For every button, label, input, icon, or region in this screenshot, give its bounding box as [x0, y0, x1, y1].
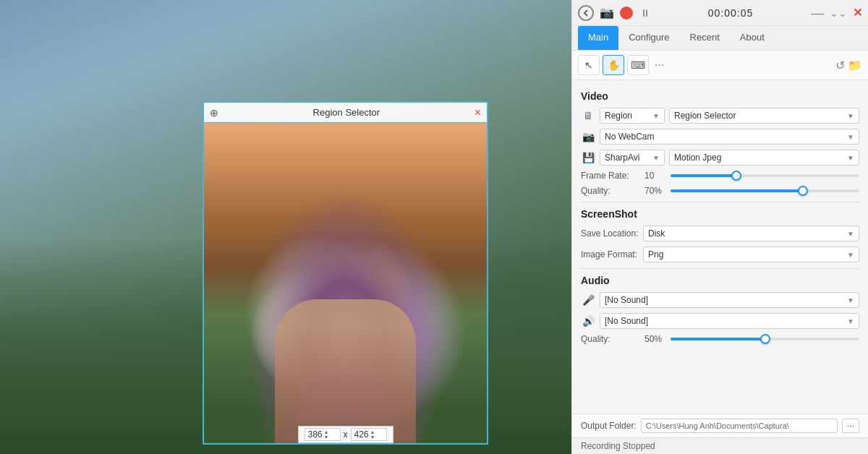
video-quality-slider-thumb[interactable]	[798, 186, 808, 196]
microphone-select[interactable]: [No Sound] ▼	[600, 292, 859, 308]
back-button[interactable]	[578, 5, 594, 21]
height-spinner[interactable]: ▲ ▼	[370, 429, 375, 440]
width-spinner[interactable]: ▲ ▼	[324, 429, 329, 440]
monitor-icon: 🖥	[581, 110, 595, 121]
height-value: 426	[354, 429, 369, 440]
microphone-icon: 🎤	[581, 294, 595, 306]
image-format-row: Image Format: Png ▼	[581, 247, 859, 262]
divider-2	[581, 268, 859, 269]
screenshot-section-header: ScreenShot	[581, 208, 859, 220]
status-text: Recording Stopped	[581, 441, 655, 451]
speaker-icon: 🔊	[581, 315, 595, 327]
divider-1	[581, 202, 859, 202]
audio-quality-value: 50%	[644, 334, 665, 344]
image-format-select[interactable]: Png ▼	[643, 247, 859, 262]
encoder-icon: 💾	[581, 152, 595, 163]
video-source-row: 🖥 Region ▼ Region Selector ▼	[581, 108, 859, 124]
close-button[interactable]: ✕	[853, 6, 862, 20]
toolbar: ↖ ✋ ⌨ ··· ↺ 📁	[572, 51, 868, 80]
hand-overlay	[275, 299, 417, 443]
video-quality-label: Quality:	[581, 186, 639, 196]
minimize-button[interactable]: —	[811, 7, 824, 20]
rollup-button[interactable]: ⌄⌄	[830, 7, 847, 19]
audio-quality-row: Quality: 50%	[581, 334, 859, 344]
encoder-type-select[interactable]: SharpAvi ▼	[600, 150, 665, 166]
record-button[interactable]	[620, 7, 633, 20]
crosshair-icon: ⊕	[210, 107, 218, 119]
audio-quality-slider-fill	[671, 338, 765, 340]
panel-content: Video 🖥 Region ▼ Region Selector ▼ 📷 No …	[572, 80, 868, 414]
framerate-slider-fill	[671, 174, 736, 177]
video-quality-slider-fill	[671, 189, 803, 192]
source-type-select[interactable]: Region ▼	[600, 108, 665, 124]
framerate-slider-thumb[interactable]	[731, 171, 741, 181]
audio-section-header: Audio	[581, 275, 859, 286]
region-selector-window: ⊕ Region Selector × 386 ▲ ▼ x 426 ▲ ▼	[203, 101, 488, 445]
tab-configure[interactable]: Configure	[618, 26, 679, 50]
width-value: 386	[308, 429, 323, 440]
webcam-arrow: ▼	[847, 133, 854, 141]
output-more-button[interactable]: ···	[842, 419, 859, 433]
image-format-label: Image Format:	[581, 249, 639, 260]
webcam-icon: 📷	[581, 131, 595, 142]
refresh-button[interactable]: ↺	[835, 59, 845, 72]
speaker-row: 🔊 [No Sound] ▼	[581, 313, 859, 329]
speaker-arrow: ▼	[847, 317, 854, 325]
cursor-tool-button[interactable]: ↖	[578, 55, 600, 75]
region-content: 386 ▲ ▼ x 426 ▲ ▼	[204, 123, 487, 443]
hand-tool-button[interactable]: ✋	[603, 55, 624, 75]
nav-tabs: Main Configure Recent About	[572, 26, 868, 51]
source-type-arrow: ▼	[652, 112, 660, 120]
save-location-label: Save Location:	[581, 228, 639, 239]
app-titlebar: 📷 ⏸ 00:00:05 — ⌄⌄ ✕	[572, 0, 868, 26]
webcam-row: 📷 No WebCam ▼	[581, 129, 859, 145]
framerate-label: Frame Rate:	[581, 171, 639, 181]
encoder-codec-select[interactable]: Motion Jpeg ▼	[669, 150, 859, 166]
region-coords: 386 ▲ ▼ x 426 ▲ ▼	[298, 426, 393, 443]
timer-display: 00:00:05	[656, 7, 805, 19]
audio-quality-slider-thumb[interactable]	[760, 334, 770, 344]
keyboard-tool-button[interactable]: ⌨	[627, 55, 649, 75]
speaker-select[interactable]: [No Sound] ▼	[600, 313, 859, 329]
source-value-select[interactable]: Region Selector ▼	[669, 108, 859, 124]
microphone-row: 🎤 [No Sound] ▼	[581, 292, 859, 308]
region-titlebar: ⊕ Region Selector ×	[204, 103, 487, 123]
video-quality-slider-track[interactable]	[671, 189, 859, 192]
microphone-arrow: ▼	[847, 296, 854, 304]
output-path-display: C:\Users\Hung Anh\Documents\Captura\	[641, 419, 838, 433]
save-location-arrow: ▼	[847, 230, 854, 238]
encoder-type-arrow: ▼	[652, 154, 660, 162]
save-location-select[interactable]: Disk ▼	[643, 226, 859, 241]
app-panel: 📷 ⏸ 00:00:05 — ⌄⌄ ✕ Main Configure Recen…	[571, 0, 868, 454]
audio-quality-slider-track[interactable]	[671, 338, 859, 340]
width-input[interactable]: 386 ▲ ▼	[305, 428, 341, 441]
framerate-slider-track[interactable]	[671, 174, 859, 177]
output-folder-row: Output Folder: C:\Users\Hung Anh\Documen…	[572, 414, 868, 437]
region-title: Region Selector	[313, 107, 380, 118]
source-value-arrow: ▼	[847, 112, 854, 120]
video-section-header: Video	[581, 90, 859, 102]
output-folder-label: Output Folder:	[581, 421, 637, 431]
framerate-row: Frame Rate: 10	[581, 171, 859, 181]
video-quality-value: 70%	[644, 186, 665, 196]
audio-quality-label: Quality:	[581, 334, 639, 344]
tab-about[interactable]: About	[730, 26, 775, 50]
encoder-codec-arrow: ▼	[847, 154, 854, 162]
image-format-arrow: ▼	[847, 251, 854, 259]
save-location-row: Save Location: Disk ▼	[581, 226, 859, 241]
open-folder-button[interactable]: 📁	[848, 59, 862, 72]
tab-main[interactable]: Main	[578, 26, 618, 50]
status-bar: Recording Stopped	[572, 437, 868, 454]
webcam-select[interactable]: No WebCam ▼	[600, 129, 859, 145]
region-close-button[interactable]: ×	[475, 107, 481, 119]
framerate-value: 10	[644, 171, 665, 181]
pause-button[interactable]: ⏸	[640, 7, 650, 19]
camera-icon[interactable]: 📷	[600, 6, 614, 20]
more-tools-button[interactable]: ···	[652, 59, 667, 72]
height-input[interactable]: 426 ▲ ▼	[351, 428, 387, 441]
x-separator: x	[344, 429, 348, 440]
encoder-row: 💾 SharpAvi ▼ Motion Jpeg ▼	[581, 150, 859, 166]
video-quality-row: Quality: 70%	[581, 186, 859, 196]
tab-recent[interactable]: Recent	[680, 26, 730, 50]
